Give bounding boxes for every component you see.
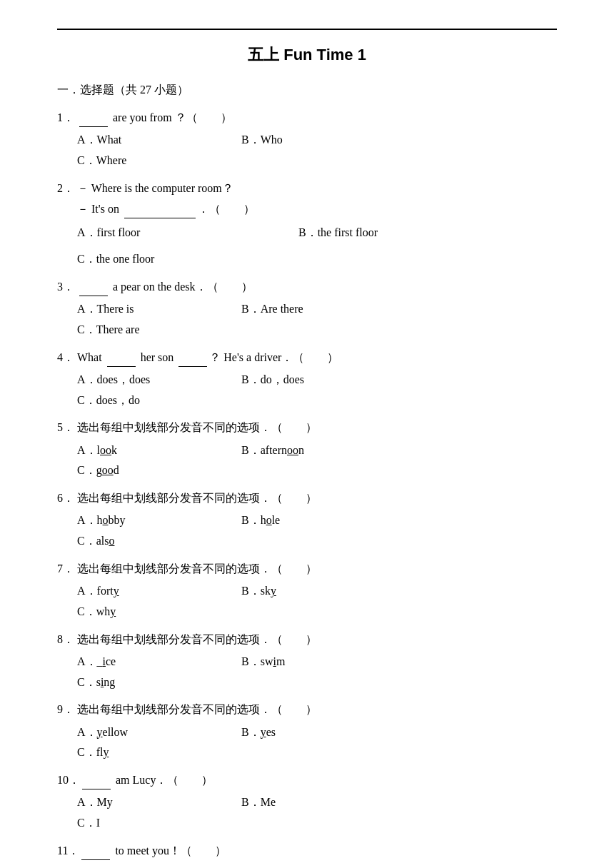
question-5: 5． 选出每组中划线部分发音不同的选项．（ ） A．look B．afterno… (57, 418, 557, 481)
q6-optB: B．hole (241, 510, 398, 531)
q6-options: A．hobby B．hole C．also (77, 510, 557, 552)
page-title: 五上 Fun Time 1 (57, 44, 557, 66)
q2-options2: C．the one floor (77, 249, 557, 270)
question-6: 6． 选出每组中划线部分发音不同的选项．（ ） A．hobby B．hole C… (57, 488, 557, 552)
question-11: 11． to meet you！（ ） A．Please B．Pleased C… (57, 841, 557, 868)
q4-options: A．does，does B．do，does C．does，do (77, 370, 557, 411)
q8-text: 选出每组中划线部分发音不同的选项．（ ） (77, 630, 557, 649)
q4-num: 4． (57, 348, 77, 367)
q5-optA: A．look (77, 440, 234, 461)
q1-text: are you from ？（ ） (77, 108, 557, 127)
q11-optA: A．Please (77, 863, 234, 868)
q10-num: 10． (57, 770, 80, 789)
question-7: 7． 选出每组中划线部分发音不同的选项．（ ） A．forty B．sky C．… (57, 559, 557, 622)
question-4: 4． What her son ？ He's a driver．（ ） A．do… (57, 348, 557, 411)
question-1: 1． are you from ？（ ） A．What B．Who C．Wher… (57, 108, 557, 171)
q8-options: A．_ice B．swim C．sing (77, 652, 557, 693)
q11-options: A．Please B．Pleased C．Good (77, 863, 557, 868)
q2-options: A．first floor B．the first floor (77, 223, 557, 243)
q11-num: 11． (57, 841, 79, 860)
q8-optA: A．_ice (77, 652, 234, 672)
q10-optC: C．I (77, 813, 234, 834)
question-8: 8． 选出每组中划线部分发音不同的选项．（ ） A．_ice B．swim C．… (57, 630, 557, 693)
q1-optA: A．What (77, 130, 234, 151)
q7-optA: A．forty (77, 581, 234, 602)
q6-optA: A．hobby (77, 510, 234, 531)
q4-optB: B．do，does (241, 370, 398, 390)
q5-optC: C．good (77, 460, 234, 481)
q8-optB: B．swim (241, 652, 398, 672)
section-header: 一．选择题（共 27 小题） (57, 83, 557, 98)
q6-num: 6． (57, 488, 77, 508)
q11-blank (81, 847, 110, 860)
q1-optC: C．Where (77, 151, 234, 171)
q3-text: a pear on the desk．（ ） (77, 277, 557, 296)
q3-optB: B．Are there (241, 299, 398, 320)
q1-optB: B．Who (241, 130, 398, 151)
q7-optB: B．sky (241, 581, 398, 602)
q4-blank1 (107, 354, 136, 367)
q5-num: 5． (57, 418, 77, 437)
q11-optB: B．Pleased (241, 863, 398, 868)
q3-blank (79, 283, 108, 296)
q11-text: to meet you！（ ） (79, 841, 557, 860)
q3-optA: A．There is (77, 299, 234, 320)
question-3: 3． a pear on the desk．（ ） A．There is B．A… (57, 277, 557, 340)
q5-optB: B．afternoon (241, 440, 398, 461)
q4-optC: C．does，do (77, 390, 234, 411)
q1-options: A．What B．Who C．Where (77, 130, 557, 171)
q7-text: 选出每组中划线部分发音不同的选项．（ ） (77, 559, 557, 578)
q1-num: 1． (57, 108, 77, 127)
top-border (57, 29, 557, 30)
q6-text: 选出每组中划线部分发音不同的选项．（ ） (77, 488, 557, 508)
q7-num: 7． (57, 559, 77, 578)
q2-num: 2． (57, 178, 77, 198)
q1-blank (79, 114, 108, 127)
q9-text: 选出每组中划线部分发音不同的选项．（ ） (77, 700, 557, 719)
q9-options: A．yellow B．yes C．fly (77, 722, 557, 764)
q8-num: 8． (57, 630, 77, 649)
q3-optC: C．There are (77, 320, 234, 340)
q5-options: A．look B．afternoon C．good (77, 440, 557, 482)
q9-num: 9． (57, 700, 77, 719)
q2-optB: B．the first floor (298, 223, 513, 243)
q10-optB: B．Me (241, 792, 398, 813)
q2-optA: A．first floor (77, 223, 291, 243)
q2-optC: C．the one floor (77, 249, 234, 270)
question-9: 9． 选出每组中划线部分发音不同的选项．（ ） A．yellow B．yes C… (57, 700, 557, 763)
q2-blank (124, 206, 196, 218)
q2-line1: － Where is the computer room？ (77, 178, 557, 198)
q4-text: What her son ？ He's a driver．（ ） (77, 348, 557, 367)
q3-options: A．There is B．Are there C．There are (77, 299, 557, 340)
q4-blank2 (178, 354, 207, 367)
q10-optA: A．My (77, 792, 234, 813)
q2-line2: － It's on ．（ ） (77, 199, 557, 218)
q9-optA: A．yellow (77, 722, 234, 743)
q5-text: 选出每组中划线部分发音不同的选项．（ ） (77, 418, 557, 437)
q10-blank (82, 777, 111, 789)
q4-optA: A．does，does (77, 370, 234, 390)
q10-options: A．My B．Me C．I (77, 792, 557, 834)
q7-options: A．forty B．sky C．why (77, 581, 557, 622)
q6-optC: C．also (77, 531, 234, 552)
question-2: 2． － Where is the computer room？ － It's … (57, 178, 557, 270)
question-10: 10． am Lucy．（ ） A．My B．Me C．I (57, 770, 557, 834)
q8-optC: C．sing (77, 672, 234, 693)
q3-num: 3． (57, 277, 77, 296)
q9-optC: C．fly (77, 742, 234, 763)
q10-text: am Lucy．（ ） (80, 770, 557, 789)
q7-optC: C．why (77, 602, 234, 622)
q9-optB: B．yes (241, 722, 398, 743)
